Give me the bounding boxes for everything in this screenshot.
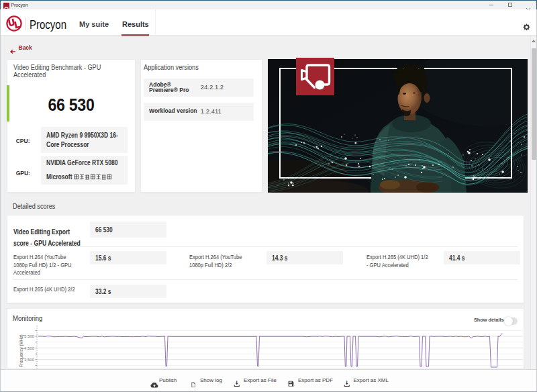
svg-text:4,500: 4,500 bbox=[24, 346, 35, 350]
svg-text:Frequency (MHz): Frequency (MHz) bbox=[19, 334, 24, 367]
svg-text:5,500: 5,500 bbox=[24, 334, 35, 338]
svg-text:3,500: 3,500 bbox=[24, 358, 35, 362]
